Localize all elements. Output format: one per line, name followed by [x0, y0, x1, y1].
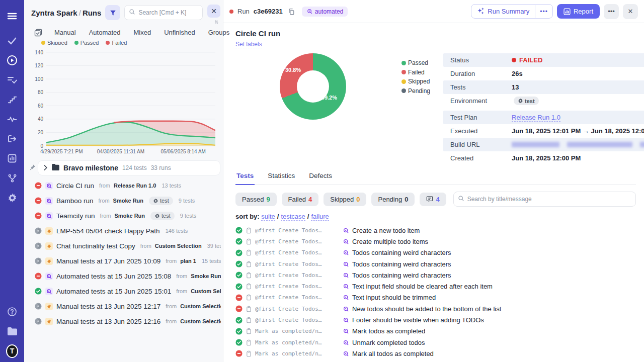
sort-by-failure[interactable]: failure [311, 213, 329, 221]
passed-filter-chip[interactable]: Passed 9 [235, 193, 277, 206]
sort-order-icon[interactable]: ⇅ [214, 20, 218, 25]
environment-badge: test [150, 212, 175, 220]
runs-tab-unfinished[interactable]: Unfinished [164, 29, 195, 36]
reports-icon[interactable] [6, 152, 18, 164]
comments-filter-chip[interactable]: 4 [420, 193, 446, 206]
runs-tab-mixed[interactable]: Mixed [134, 29, 151, 36]
test-title: Todos containing weird characters [352, 249, 451, 256]
run-list-item[interactable]: Manual tests at 17 Jun 2025 10:09frompla… [24, 253, 221, 268]
settings-gear-icon[interactable] [6, 192, 18, 204]
sort-by-testcase[interactable]: testcase [281, 213, 305, 221]
run-status-icon [35, 273, 42, 280]
runs-search-input[interactable] [138, 9, 198, 16]
run-list-item[interactable]: Bamboo runfromSmoke Runtest9 tests [24, 193, 221, 208]
set-labels-link[interactable]: Set labels [235, 41, 262, 48]
runs-search[interactable] [124, 5, 203, 20]
tests-search-input[interactable] [467, 196, 631, 203]
clipboard-icon [246, 283, 252, 290]
test-row[interactable]: Mark as completed/n…Unmark completed tod… [235, 337, 636, 348]
run-list-item[interactable]: LMP-554 05/04 check Happy Path146 tests [24, 223, 221, 238]
test-row[interactable]: @first Create Todos…Text input should be… [235, 292, 636, 303]
test-filters-row: Passed 9Failed 4Skipped 0Pending 0 4 [235, 192, 636, 207]
test-title: Todos containing weird characters [352, 272, 451, 279]
select-all-icon[interactable] [34, 28, 42, 37]
run-list-item[interactable]: Teamcity runfromSmoke Runtest9 tests [24, 208, 221, 223]
test-plan-link[interactable]: Release Run 1.0 [512, 114, 560, 122]
testomat-logo[interactable]: T [6, 345, 18, 357]
close-run-button[interactable]: ✕ [623, 4, 638, 19]
test-row[interactable]: @first Create Todos…Create a new todo it… [235, 225, 636, 236]
run-tests-count: 15 tests [202, 258, 221, 264]
test-status-icon [235, 272, 243, 279]
run-name: Automated tests at 15 Jun 2025 15:08 [56, 273, 171, 280]
test-list-icon[interactable] [6, 74, 18, 86]
automated-test-icon [343, 350, 349, 357]
test-row[interactable]: Mark as completed/n…Mark todos as comple… [235, 326, 636, 337]
test-status-icon [235, 350, 243, 357]
runs-tab-automated[interactable]: Automated [89, 29, 121, 36]
filter-button[interactable] [105, 5, 120, 20]
breadcrumb-project[interactable]: Zyntra Spark [31, 9, 77, 17]
run-source: Smoke Run [113, 198, 144, 204]
report-button[interactable]: Report [557, 4, 600, 19]
run-summary-more-button[interactable]: ••• [535, 5, 552, 18]
activity-pulse-icon[interactable] [6, 113, 18, 125]
milestone-row[interactable]: Bravo milestone 124 tests 33 runs [29, 161, 220, 175]
run-list-item[interactable]: Manual tests at 13 Jun 2025 12:16fromCus… [24, 314, 221, 329]
test-row[interactable]: @first Create Todos…Text input field sho… [235, 281, 636, 292]
branches-icon[interactable] [6, 172, 18, 184]
run-status-icon [35, 318, 42, 325]
test-title: Text input should be trimmed [352, 294, 436, 301]
test-status-icon [235, 339, 243, 346]
run-list-item[interactable]: Automated tests at 15 Jun 2025 15:08from… [24, 268, 221, 284]
automated-run-icon [45, 288, 53, 295]
run-status-dot [229, 10, 233, 14]
run-from-label: from [166, 303, 177, 309]
menu-icon[interactable] [6, 10, 18, 22]
runs-tab-groups[interactable]: Groups [208, 29, 230, 36]
import-icon[interactable] [6, 133, 18, 145]
run-from-label: from [166, 258, 177, 264]
chevron-right-icon[interactable] [43, 163, 48, 172]
test-row[interactable]: @first Create Todos…Todos containing wei… [235, 247, 636, 258]
run-list-item[interactable]: Automated tests at 15 Jun 2025 15:01from… [24, 284, 221, 299]
runs-tab-manual[interactable]: Manual [54, 29, 76, 36]
test-row[interactable]: @first Create Todos…New todos should be … [235, 303, 636, 314]
run-status-icon [35, 303, 42, 310]
pending-filter-chip[interactable]: Pending 0 [371, 193, 415, 206]
projects-folder-icon[interactable] [6, 325, 18, 337]
panel-close-button[interactable]: ✕ [207, 5, 220, 18]
run-list-item[interactable]: Chat functinality test CopyfromCustom Se… [24, 238, 221, 253]
sort-by-suite[interactable]: suite [261, 213, 275, 221]
run-source: Custom Selection [180, 318, 221, 324]
runs-play-icon[interactable] [6, 54, 18, 66]
test-row[interactable]: @first Create Todos…Footer should be vis… [235, 314, 636, 325]
automated-run-icon [45, 197, 53, 205]
help-icon[interactable] [6, 306, 18, 318]
test-row[interactable]: @first Create Todos…Todos containing wei… [235, 258, 636, 269]
copy-icon[interactable] [287, 7, 296, 16]
legend-passed: Passed [74, 40, 99, 45]
failed-filter-chip[interactable]: Failed 4 [282, 193, 319, 206]
test-row[interactable]: Mark as completed/n…Mark all todos as co… [235, 348, 636, 359]
automated-test-icon [343, 317, 349, 323]
test-row[interactable]: @first Create Todos…Todos containing wei… [235, 269, 636, 281]
test-status-icon [235, 238, 243, 245]
run-from-label: from [166, 318, 177, 324]
skipped-filter-chip[interactable]: Skipped 0 [324, 193, 366, 206]
tab-statistics[interactable]: Statistics [267, 172, 296, 185]
clipboard-icon [246, 261, 252, 267]
test-row[interactable]: @first Create Todos…Create multiple todo… [235, 236, 636, 247]
tab-defects[interactable]: Defects [308, 172, 333, 185]
pin-icon[interactable] [29, 163, 36, 172]
run-list-item[interactable]: Manual tests at 13 Jun 2025 12:17fromCus… [24, 299, 221, 314]
run-list-item[interactable]: Circle CI runfromRelease Run 1.013 tests [24, 178, 221, 193]
tab-tests[interactable]: Tests [235, 172, 255, 185]
steps-icon[interactable] [6, 94, 18, 106]
tests-search[interactable] [453, 192, 636, 207]
run-summary-button[interactable]: Run Summary [471, 5, 535, 18]
tasks-check-icon[interactable] [6, 35, 18, 47]
more-actions-button[interactable]: ••• [604, 4, 619, 19]
run-status-icon [35, 288, 42, 295]
run-source: Smoke Run [115, 213, 145, 219]
